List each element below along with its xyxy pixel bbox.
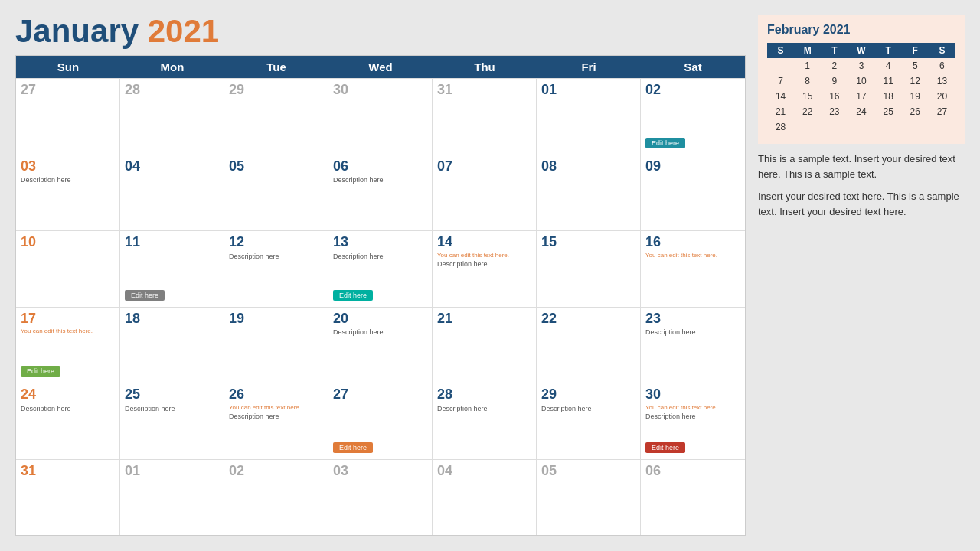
day-number: 04 (125, 158, 219, 175)
day-cell: 25Description here (120, 383, 224, 459)
small-note: You can edit this text here. (437, 252, 531, 259)
day-header-wed: Wed (328, 56, 433, 78)
day-cell: 18 (120, 308, 224, 383)
day-cell: 06 (641, 460, 745, 536)
mini-day-cell (767, 58, 794, 73)
week-row-1: 03Description here040506Description here… (16, 155, 745, 231)
day-number: 21 (437, 311, 531, 328)
day-number: 22 (541, 311, 635, 328)
week-row-3: 17You can edit this text here.Edit here1… (16, 307, 745, 383)
day-cell: 03 (328, 460, 433, 536)
day-number: 13 (333, 234, 427, 251)
desc-text: Description here (333, 176, 427, 184)
mini-day-cell: 1 (794, 58, 821, 73)
day-number: 25 (125, 386, 219, 403)
day-number: 30 (645, 386, 740, 403)
day-cell: 17You can edit this text here.Edit here (16, 308, 120, 383)
main-calendar: January 2021 SunMonTueWedThuFriSat 27282… (15, 15, 746, 536)
day-number: 28 (125, 82, 219, 99)
edit-badge[interactable]: Edit here (333, 290, 373, 301)
day-number: 03 (21, 158, 115, 175)
day-cell: 02Edit here (641, 79, 745, 155)
day-number: 11 (125, 234, 219, 251)
mini-day-cell: 9 (821, 73, 848, 89)
mini-col-header: W (848, 43, 874, 58)
mini-day-cell: 26 (902, 104, 929, 119)
mini-day-cell: 4 (875, 58, 902, 73)
day-number: 29 (541, 386, 635, 403)
day-number: 05 (229, 158, 323, 175)
mini-day-cell: 20 (929, 89, 956, 104)
day-number: 08 (541, 158, 635, 175)
day-cell: 31 (433, 79, 537, 155)
desc-text: Description here (125, 405, 219, 412)
calendar-grid: SunMonTueWedThuFriSat 27282930310102Edit… (15, 55, 746, 536)
mini-col-header: T (875, 43, 902, 58)
year-label: 2021 (148, 13, 219, 49)
day-cell: 19 (224, 308, 328, 383)
mini-day-cell: 12 (902, 73, 929, 89)
month-label: January (15, 13, 139, 49)
day-header-sun: Sun (16, 56, 120, 78)
mini-day-cell (929, 119, 956, 135)
day-cell: 15 (537, 231, 641, 307)
mini-day-cell: 13 (929, 73, 956, 89)
small-note: You can edit this text here. (229, 404, 323, 412)
day-cell: 28Description here (433, 383, 537, 459)
edit-badge[interactable]: Edit here (125, 290, 165, 301)
desc-text: Description here (437, 405, 531, 412)
mini-day-cell: 5 (902, 58, 929, 73)
edit-badge[interactable]: Edit here (645, 442, 685, 453)
day-cell: 05 (537, 460, 641, 536)
weeks-container: 27282930310102Edit here03Description her… (16, 78, 745, 535)
day-cell: 20Description here (328, 308, 433, 383)
small-note: You can edit this text here. (645, 404, 740, 412)
mini-cal-body: 1234567891011121314151617181920212223242… (767, 58, 956, 135)
day-number: 26 (229, 386, 323, 403)
edit-badge[interactable]: Edit here (333, 442, 373, 453)
edit-badge[interactable]: Edit here (645, 138, 685, 148)
day-cell: 24Description here (16, 383, 120, 459)
day-number: 04 (437, 463, 531, 480)
day-cell: 27Edit here (328, 383, 433, 459)
day-number: 02 (229, 463, 323, 480)
day-cell: 22 (537, 308, 641, 383)
day-header-sat: Sat (641, 56, 745, 78)
desc-text: Description here (229, 253, 323, 260)
desc-text: Description here (541, 405, 635, 412)
day-number: 23 (645, 311, 740, 328)
day-cell: 30You can edit this text here.Descriptio… (641, 383, 745, 459)
mini-day-cell: 6 (929, 58, 956, 73)
day-number: 28 (437, 386, 531, 403)
sidebar-text-2: Insert your desired text here. This is a… (758, 189, 965, 219)
day-number: 05 (541, 463, 635, 480)
day-cell: 04 (433, 460, 537, 536)
mini-day-cell (821, 119, 848, 135)
day-number: 09 (645, 158, 740, 175)
mini-day-cell: 21 (767, 104, 794, 119)
day-number: 10 (21, 234, 115, 251)
mini-col-header: F (902, 43, 929, 58)
day-header-fri: Fri (537, 56, 641, 78)
day-number: 27 (21, 82, 115, 99)
mini-col-header: S (767, 43, 794, 58)
day-number: 29 (229, 82, 323, 99)
day-cell: 30 (328, 79, 433, 155)
day-number: 07 (437, 158, 531, 175)
day-cell: 11Edit here (120, 231, 224, 307)
mini-week-row: 28 (767, 119, 956, 135)
day-cell: 29Description here (537, 383, 641, 459)
day-number: 14 (437, 234, 531, 251)
week-row-0: 27282930310102Edit here (16, 78, 745, 155)
edit-badge[interactable]: Edit here (21, 366, 60, 377)
desc-text: Description here (645, 328, 740, 336)
week-row-5: 31010203040506 (16, 459, 745, 536)
mini-day-cell: 17 (848, 89, 874, 104)
sidebar-text: This is a sample text. Insert your desir… (758, 152, 965, 227)
mini-cal-headers: SMTWTFS (767, 43, 956, 58)
day-number: 12 (229, 234, 323, 251)
week-row-2: 1011Edit here12Description here13Descrip… (16, 230, 745, 307)
day-cell: 12Description here (224, 231, 328, 307)
desc-text: Description here (437, 260, 531, 268)
mini-col-header: M (794, 43, 821, 58)
